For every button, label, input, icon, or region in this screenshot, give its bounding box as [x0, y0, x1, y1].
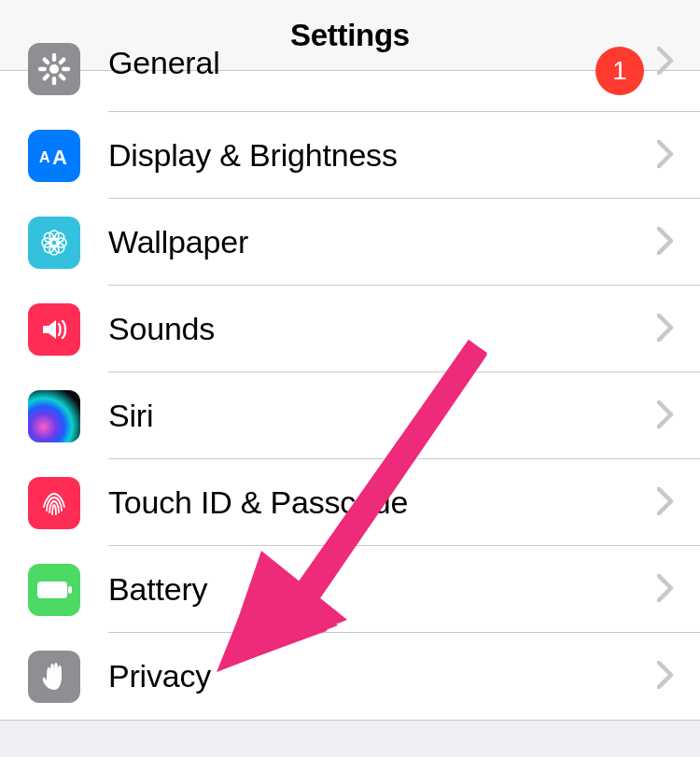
svg-text:A: A	[52, 146, 67, 169]
notification-badge: 1	[595, 47, 644, 95]
chevron-right-icon	[657, 400, 674, 432]
fingerprint-icon	[28, 477, 80, 529]
chevron-right-icon	[657, 661, 674, 693]
settings-row-wallpaper[interactable]: Wallpaper	[0, 199, 700, 286]
settings-row-touchid[interactable]: Touch ID & Passcode	[0, 459, 700, 546]
siri-icon	[28, 390, 80, 442]
gear-icon	[28, 43, 80, 95]
hand-icon	[28, 651, 80, 703]
row-label: Siri	[108, 398, 657, 434]
chevron-right-icon	[657, 574, 674, 606]
row-label: Display & Brightness	[108, 137, 657, 174]
svg-point-0	[49, 64, 59, 74]
row-label: Battery	[108, 571, 657, 608]
chevron-right-icon	[657, 140, 674, 172]
settings-list: General 1 A A Display & Brightness	[0, 71, 700, 721]
chevron-right-icon	[657, 47, 674, 78]
svg-point-10	[44, 243, 53, 252]
row-label: Sounds	[108, 311, 657, 347]
svg-point-9	[55, 232, 64, 242]
svg-point-8	[44, 232, 53, 242]
chevron-right-icon	[657, 314, 674, 345]
settings-row-general[interactable]: General 1	[0, 71, 700, 112]
settings-row-siri[interactable]: Siri	[0, 372, 700, 459]
row-label: Wallpaper	[108, 224, 657, 260]
settings-row-battery[interactable]: Battery	[0, 546, 700, 633]
wallpaper-icon	[28, 217, 80, 269]
row-label: Touch ID & Passcode	[108, 484, 657, 521]
sounds-icon	[28, 303, 80, 356]
svg-point-11	[55, 243, 64, 252]
chevron-right-icon	[657, 487, 674, 519]
svg-rect-12	[37, 582, 67, 598]
display-icon: A A	[28, 130, 80, 182]
row-label: General	[108, 45, 595, 81]
settings-row-privacy[interactable]: Privacy	[0, 633, 700, 720]
svg-text:A: A	[39, 149, 50, 165]
settings-row-sounds[interactable]: Sounds	[0, 286, 700, 372]
row-label: Privacy	[108, 658, 657, 694]
chevron-right-icon	[657, 227, 674, 259]
svg-rect-13	[68, 586, 72, 594]
settings-row-display[interactable]: A A Display & Brightness	[0, 112, 700, 199]
battery-icon	[28, 564, 80, 616]
